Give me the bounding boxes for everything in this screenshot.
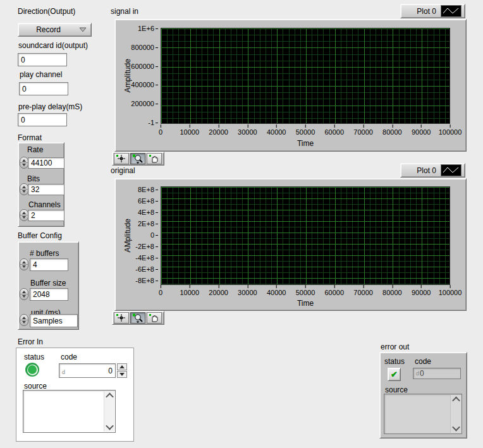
decrement-icon[interactable] (22, 265, 26, 268)
x-tick-label: 60000 (325, 128, 345, 136)
graph1-legend-label: Plot 0 (417, 7, 436, 16)
buffer-size-increment-decrement[interactable] (20, 288, 28, 300)
unit-field[interactable]: Samples (30, 314, 78, 327)
error-out-cluster-label: error out (381, 342, 409, 351)
format-cluster: Rate 44100 Bits 32 Channels 2 (18, 142, 64, 227)
scroll-down-button[interactable] (451, 423, 461, 433)
increment-icon[interactable] (22, 261, 26, 263)
radix-indicator[interactable]: d (62, 369, 65, 377)
decrement-icon[interactable] (22, 295, 26, 298)
plot-line-sample-icon[interactable] (441, 164, 462, 176)
y-tick-label: 600000 (131, 63, 158, 70)
increment-icon[interactable] (22, 212, 26, 214)
direction-dropdown[interactable]: Record (18, 23, 92, 37)
unit-increment-decrement[interactable] (20, 314, 28, 326)
graph2-plot-legend[interactable]: Plot 0 (400, 163, 465, 178)
decrement-icon[interactable] (22, 190, 26, 193)
status-check-icon[interactable]: ✔ (388, 368, 401, 381)
y-tick-label: 4E+8 (138, 209, 158, 216)
graph1-y-axis-ticks: 1E+6800000600000400000200000-1 (115, 28, 158, 123)
error-in-cluster: status code d 0 source (16, 348, 134, 442)
pan-tool-button[interactable] (147, 153, 162, 164)
increment-icon[interactable] (22, 159, 26, 162)
x-tick-label: 60000 (325, 289, 345, 296)
increment-icon[interactable] (22, 317, 26, 319)
y-tick-label: -4E+8 (135, 254, 158, 262)
scroll-up-button[interactable] (104, 391, 114, 401)
error-out-cluster: status code ✔ d 0 source (379, 352, 467, 439)
buffer-size-field[interactable]: 2048 (30, 288, 68, 301)
y-tick-label: 0 (150, 231, 158, 239)
bits-field[interactable]: 32 (28, 184, 64, 195)
x-tick-label: 90000 (412, 128, 431, 136)
chevron-up-icon (106, 393, 114, 401)
error-out-code-field: d 0 (413, 368, 461, 379)
x-tick-label: 70000 (353, 128, 373, 136)
channels-label: Channels (28, 200, 61, 209)
x-tick-label: 10000 (180, 128, 200, 136)
y-tick-label: -1 (148, 119, 158, 126)
error-out-source-label: source (385, 385, 408, 394)
rate-field[interactable]: 44100 (28, 157, 64, 169)
decrement-icon[interactable] (22, 321, 26, 324)
channels-increment-decrement[interactable] (20, 209, 28, 221)
up-arrow-icon (119, 365, 125, 368)
y-tick-label: 1E+6 (138, 25, 158, 32)
rate-increment-decrement[interactable] (20, 157, 28, 169)
graph2-palette (112, 311, 164, 325)
pan-tool-button[interactable] (147, 312, 162, 324)
y-tick-label: -6E+8 (135, 265, 158, 273)
num-buffers-field[interactable]: 4 (30, 258, 68, 271)
y-tick-label: -8E+8 (135, 277, 158, 284)
soundcard-id-field[interactable]: 0 (18, 53, 67, 66)
y-tick-label: 800000 (131, 44, 158, 51)
cursor-tool-button[interactable] (114, 153, 129, 164)
bits-increment-decrement[interactable] (20, 183, 28, 195)
preplay-delay-field[interactable]: 0 (18, 113, 67, 126)
increment-icon[interactable] (22, 186, 26, 188)
rate-label: Rate (27, 145, 43, 154)
plot-line-sample-icon[interactable] (441, 5, 462, 17)
play-channel-field[interactable]: 0 (19, 82, 68, 95)
scroll-up-button[interactable] (451, 395, 461, 404)
zoom-tool-button[interactable] (130, 153, 145, 164)
format-cluster-label: Format (18, 133, 42, 142)
buffer-config-cluster-label: Buffer Config (18, 231, 62, 240)
scrollbar[interactable] (104, 391, 114, 432)
num-buffers-increment-decrement[interactable] (20, 258, 28, 270)
increment-icon[interactable] (22, 291, 26, 293)
graph1-x-axis-ticks: 0100002000030000400005000060000700008000… (161, 128, 450, 137)
graph1-plot-area[interactable] (161, 28, 450, 124)
scroll-down-button[interactable] (104, 422, 114, 432)
hand-icon (149, 154, 160, 164)
graph1-palette (112, 152, 164, 166)
scrollbar[interactable] (450, 395, 461, 433)
y-tick-label: 2E+8 (138, 220, 158, 227)
decrement-icon[interactable] (22, 216, 26, 219)
graph2-plot-area[interactable] (161, 186, 450, 285)
x-tick-label: 40000 (267, 128, 286, 136)
status-led-icon[interactable] (25, 363, 39, 377)
cursor-tool-button[interactable] (114, 312, 129, 324)
decrement-icon[interactable] (22, 164, 26, 166)
crosshair-icon (116, 154, 127, 163)
x-tick-label: 50000 (296, 289, 315, 296)
x-tick-label: 20000 (209, 128, 228, 136)
error-in-cluster-label: Error In (18, 337, 43, 346)
error-out-code-value: 0 (420, 369, 424, 378)
direction-label: Direction(Output) (18, 7, 75, 16)
graph1-plot-legend[interactable]: Plot 0 (400, 4, 465, 18)
graph2-title: original (111, 166, 135, 175)
y-tick-label: 8E+8 (138, 186, 158, 193)
zoom-tool-button[interactable] (130, 312, 145, 324)
error-in-code-field[interactable]: d 0 (59, 363, 116, 378)
channels-field[interactable]: 2 (28, 210, 64, 221)
error-in-source-field[interactable] (23, 390, 116, 433)
spin-down-button[interactable] (117, 371, 127, 378)
x-tick-label: 30000 (238, 289, 257, 296)
x-tick-label: 0 (159, 289, 162, 296)
x-tick-label: 30000 (238, 128, 257, 136)
spin-up-button[interactable] (117, 363, 127, 370)
error-in-code-spinner (117, 363, 127, 378)
x-tick-label: 50000 (296, 128, 315, 136)
